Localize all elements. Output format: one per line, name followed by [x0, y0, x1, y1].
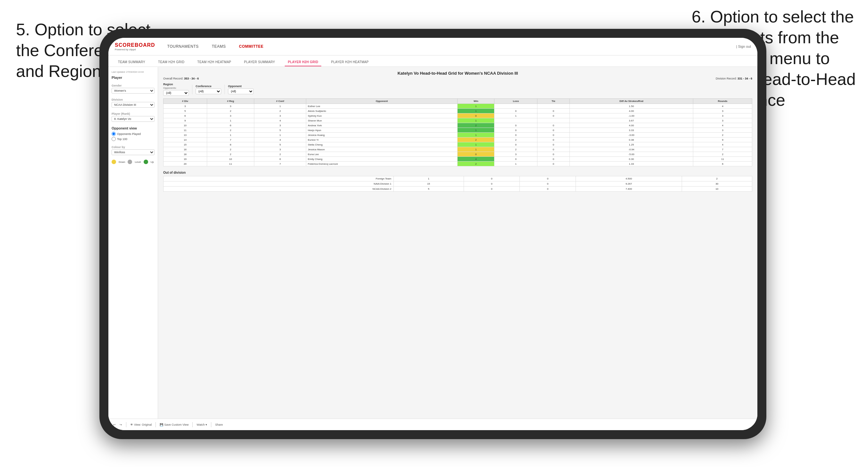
redo-btn[interactable]: ↪	[120, 423, 122, 426]
view-icon: 👁	[130, 423, 133, 426]
opponent-filter-group: Opponent (All)	[228, 85, 254, 94]
legend-up-label: Up	[151, 161, 154, 163]
table-row: 1063Andrea York2004.004	[163, 123, 752, 128]
sidebar-opponent-view-section: Opponent view Opponents Played Top 100	[112, 126, 155, 141]
player-rank-label: Player (Rank)	[112, 112, 155, 115]
main-content: Last Updated: 27/03/2024 10:44 Player Ge…	[108, 67, 757, 418]
filter-row: Region Opponents: (All) Conference (All)	[163, 83, 752, 96]
legend: Down Level Up	[112, 160, 155, 164]
th-reg: # Reg	[207, 99, 254, 104]
share-btn[interactable]: Share	[215, 423, 223, 426]
sub-nav-team-h2h-heatmap[interactable]: TEAM H2H HEATMAP	[194, 58, 235, 66]
sidebar: Last Updated: 27/03/2024 10:44 Player Ge…	[108, 67, 158, 418]
tablet-shell: SCOREBOARD Powered by clippd TOURNAMENTS…	[99, 29, 766, 439]
out-table-body: Foreign Team1004.5002NAIA Division 11500…	[163, 176, 752, 192]
out-table: Foreign Team1004.5002NAIA Division 11500…	[163, 176, 752, 192]
region-select[interactable]: (All)	[163, 90, 189, 96]
watch-btn[interactable]: Watch ▾	[196, 423, 207, 426]
table-row: 1125Heejo Hyun1003.333	[163, 128, 752, 133]
filter-divider-1	[192, 85, 192, 94]
scoreboard-logo: SCOREBOARD Powered by clippd	[115, 42, 155, 51]
th-div: # Div	[163, 99, 207, 104]
table-row: 1585Stella Cheng1001.254	[163, 142, 752, 147]
save-icon: 💾	[160, 423, 163, 426]
sub-nav-player-h2h-grid[interactable]: PLAYER H2H GRID	[285, 58, 321, 66]
report-title: Katelyn Vo Head-to-Head Grid for Women's…	[163, 71, 752, 75]
player-rank-select[interactable]: 8. Katelyn Vo	[112, 116, 155, 122]
colour-by-select[interactable]: Win/loss	[112, 149, 155, 155]
table-header-row: # Div # Reg # Conf Opponent Win Loss Tie…	[163, 99, 752, 104]
sub-nav-player-h2h-heatmap[interactable]: PLAYER H2H HEATMAP	[328, 58, 372, 66]
out-table-row: NAIA Division 115009.26730	[163, 181, 752, 187]
conference-select[interactable]: (All)	[195, 89, 221, 94]
logo-sub: Powered by clippd	[115, 48, 155, 51]
region-filter-group: Region Opponents: (All)	[163, 83, 189, 96]
toolbar-sep-3	[192, 422, 193, 427]
table-row: 633Sydney Kuo010-1.003	[163, 114, 752, 118]
out-of-division: Out of division Foreign Team1004.5002NAI…	[163, 171, 752, 192]
report-records: Overall Record: 353 - 34 - 6 Division Re…	[163, 77, 752, 80]
overall-record: Overall Record: 353 - 34 - 6	[163, 77, 199, 80]
table-row: 1623Jessica Mason120-0.947	[163, 147, 752, 152]
nav-item-teams[interactable]: TEAMS	[209, 43, 228, 50]
nav-sign-out[interactable]: | Sign out	[736, 44, 751, 49]
save-custom-btn[interactable]: 💾 Save Custom View	[160, 423, 189, 426]
content-panel: Katelyn Vo Head-to-Head Grid for Women's…	[158, 67, 757, 418]
region-label: Region	[163, 83, 189, 86]
sidebar-player-section: Player	[112, 75, 155, 80]
legend-up-circle	[144, 160, 148, 164]
th-loss: Loss	[494, 99, 537, 104]
table-row: 331Esther Lee11.504	[163, 104, 752, 108]
colour-by-label: Colour by	[112, 146, 155, 149]
opponent-played-option[interactable]: Opponents Played	[112, 132, 155, 136]
player-label: Player	[112, 75, 155, 80]
sidebar-colour-section: Colour by Win/loss	[112, 146, 155, 155]
view-original-btn[interactable]: 👁 View: Original	[130, 423, 152, 426]
th-opponent: Opponent	[306, 99, 458, 104]
legend-level-circle	[128, 160, 132, 164]
opponent-view-label: Opponent view	[112, 126, 155, 130]
th-diff: Diff Av Strokes/Rnd	[570, 99, 693, 104]
gender-select[interactable]: Women's	[112, 88, 155, 94]
sub-nav-team-summary[interactable]: TEAM SUMMARY	[115, 58, 149, 66]
nav-item-committee[interactable]: COMMITTEE	[236, 43, 266, 50]
legend-down-label: Down	[119, 161, 125, 163]
table-row: 522Alexis Sudjianto1004.003	[163, 108, 752, 114]
undo-btn[interactable]: ↩	[113, 423, 116, 426]
logo-title: SCOREBOARD	[115, 42, 155, 48]
out-table-row: Foreign Team1004.5002	[163, 176, 752, 181]
nav-items: TOURNAMENTS TEAMS COMMITTEE	[165, 43, 726, 50]
main-table-body: 331Esther Lee11.504522Alexis Sudjianto10…	[163, 104, 752, 166]
top-100-option[interactable]: Top 100	[112, 137, 155, 141]
th-conf: # Conf	[254, 99, 306, 104]
toolbar-sep-4	[211, 422, 211, 427]
tablet-screen: SCOREBOARD Powered by clippd TOURNAMENTS…	[108, 38, 757, 430]
table-row: 1474Eunice Yi2200.389	[163, 137, 752, 142]
conference-filter-group: Conference (All)	[195, 85, 221, 94]
sub-nav-player-summary[interactable]: PLAYER SUMMARY	[241, 58, 278, 66]
opponent-radio-group: Opponents Played Top 100	[112, 132, 155, 141]
main-table: # Div # Reg # Conf Opponent Win Loss Tie…	[163, 98, 752, 166]
out-table-row: NCAA Division 25007.40010	[163, 187, 752, 192]
nav-item-tournaments[interactable]: TOURNAMENTS	[165, 43, 202, 50]
th-rounds: Rounds	[693, 99, 752, 104]
opponent-select[interactable]: (All)	[228, 89, 254, 94]
division-select[interactable]: NCAA Division III	[112, 102, 155, 108]
legend-level-label: Level	[135, 161, 141, 163]
division-label: Division	[112, 98, 155, 101]
sidebar-player-rank-section: Player (Rank) 8. Katelyn Vo	[112, 112, 155, 122]
table-row: 1311Jessica Huang100-3.002	[163, 133, 752, 137]
last-updated: Last Updated: 27/03/2024 10:44	[112, 71, 155, 73]
table-row: 1822Euna Lee030-5.002	[163, 152, 752, 157]
sub-nav: TEAM SUMMARY TEAM H2H GRID TEAM H2H HEAT…	[108, 56, 757, 67]
sub-nav-team-h2h-grid[interactable]: TEAM H2H GRID	[155, 58, 188, 66]
sidebar-gender-section: Gender Women's	[112, 84, 155, 94]
th-win: Win	[458, 99, 494, 104]
opponent-filter-label: Opponent	[228, 85, 254, 88]
gender-label: Gender	[112, 84, 155, 87]
conference-filter-label: Conference	[195, 85, 221, 88]
sidebar-division-section: Division NCAA Division III	[112, 98, 155, 108]
division-record: Division Record: 331 - 34 - 6	[716, 77, 752, 80]
top-nav: SCOREBOARD Powered by clippd TOURNAMENTS…	[108, 38, 757, 56]
app-content: SCOREBOARD Powered by clippd TOURNAMENTS…	[108, 38, 757, 430]
